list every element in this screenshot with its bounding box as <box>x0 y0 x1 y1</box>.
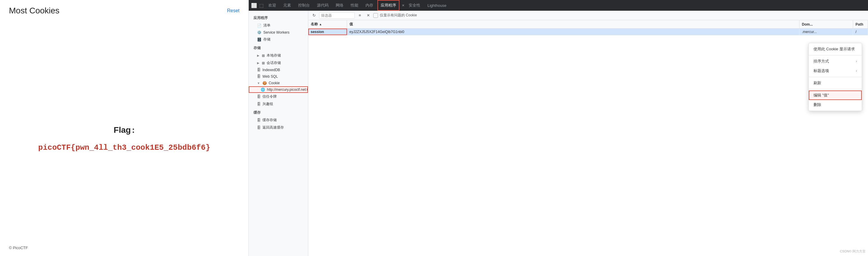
devtools-inspect-icon: ⬚ <box>258 2 264 8</box>
grid-icon: ⊞ <box>262 54 265 58</box>
col-header-value[interactable]: 值 <box>347 20 800 28</box>
cell-domain: .mercur... <box>800 29 853 35</box>
flag-colon: : <box>132 125 135 135</box>
cookie-table: 名称 ▲ 值 Dom... Path session eyJ2ZXJ5J5 <box>308 20 868 256</box>
back-cache-icon: 🗄 <box>257 126 261 130</box>
sidebar-item-back-cache[interactable]: 🗄 返回高速缓存 <box>249 124 308 131</box>
arrow-icon: ▶ <box>257 61 259 65</box>
left-header: Most Cookies Reset <box>9 6 240 15</box>
csdn-watermark: CSDN© 阿力方言 <box>840 249 866 254</box>
sidebar-item-cookie-url[interactable]: 🌐 http://mercury.picoctf.net:65344 <box>249 86 308 93</box>
context-menu-divider-3 <box>809 89 862 89</box>
tab-console[interactable]: 控制台 <box>295 0 313 11</box>
context-menu-divider <box>809 55 862 55</box>
tab-welcome[interactable]: 欢迎 <box>266 0 279 11</box>
sidebar-item-storage[interactable]: 🗄️ 存储 <box>249 36 308 43</box>
context-menu-item-delete[interactable]: 删除 <box>809 100 862 109</box>
tab-performance[interactable]: 性能 <box>348 0 361 11</box>
tab-sources[interactable]: 源代码 <box>314 0 332 11</box>
sidebar-section-application: 应用程序 <box>249 13 308 22</box>
flag-value: picoCTF{pwn_4ll_th3_cook1E5_25bdb6f6} <box>38 143 210 152</box>
sidebar-section-storage: 存储 <box>249 43 308 52</box>
tab-application[interactable]: 应用程序 <box>377 0 399 11</box>
cell-value: eyJ2ZXJ5J5X2F14GeiQib7G1nbi0 <box>347 29 800 35</box>
devtools-sidebar: 应用程序 📄 清单 ⚙️ Service Workers 🗄️ 存储 存储 ▶ … <box>249 11 308 256</box>
context-menu-item-show-request[interactable]: 使用此 Cookie 显示请求 <box>809 44 862 54</box>
tab-application-close[interactable]: ✕ <box>402 4 404 7</box>
footer-copyright: © PicoCTF <box>9 246 28 250</box>
sql-icon: 🗄 <box>257 74 261 78</box>
sidebar-item-localstorage[interactable]: ▶ ⊞ 本地存储 <box>249 52 308 59</box>
db-icon: 🗄 <box>257 68 261 72</box>
tab-lighthouse[interactable]: Lighthouse <box>425 0 450 11</box>
arrow-icon: ▼ <box>257 82 260 85</box>
devtools-body: 应用程序 📄 清单 ⚙️ Service Workers 🗄️ 存储 存储 ▶ … <box>249 11 868 256</box>
filter-checkbox-label: 仅显示有问题的 Cookie <box>380 13 417 18</box>
cell-path: / <box>853 29 868 35</box>
interest-icon: 🗄 <box>257 102 261 106</box>
context-menu-divider-2 <box>809 77 862 77</box>
tab-memory[interactable]: 内存 <box>363 0 376 11</box>
col-header-name[interactable]: 名称 ▲ <box>308 20 347 28</box>
sidebar-item-sessionstorage[interactable]: ▶ ⊞ 会话存储 <box>249 59 308 67</box>
context-menu-item-header-options[interactable]: 标题选项 › <box>809 66 862 75</box>
flag-value-container: picoCTF{pwn_4ll_th3_cook1E5_25bdb6f6} <box>38 143 210 152</box>
sidebar-item-indexeddb[interactable]: 🗄 IndexedDB <box>249 67 308 73</box>
sort-arrow-icon: ▲ <box>319 23 322 26</box>
service-workers-icon: ⚙️ <box>257 30 261 35</box>
refresh-button[interactable]: ↻ <box>311 12 317 19</box>
flag-area: Flag : picoCTF{pwn_4ll_th3_cook1E5_25bdb… <box>9 27 240 250</box>
sidebar-item-trust-tokens[interactable]: 🗄 信任令牌 <box>249 93 308 100</box>
reset-button[interactable]: Reset <box>227 8 240 13</box>
context-menu-item-sort[interactable]: 排序方式 › <box>809 57 862 66</box>
checkbox-icon[interactable] <box>373 13 378 18</box>
devtools-toolbar: ↻ ≡ ✕ 仅显示有问题的 Cookie <box>308 11 868 20</box>
devtools-panel: ⬜ ⬚ 欢迎 元素 控制台 源代码 网络 性能 内存 应用程序 ✕ 安全性 Li… <box>249 0 868 256</box>
sidebar-item-service-workers[interactable]: ⚙️ Service Workers <box>249 29 308 36</box>
table-row[interactable]: session eyJ2ZXJ5J5X2F14GeiQib7G1nbi0 .me… <box>308 29 868 35</box>
sidebar-section-cache: 缓存 <box>249 108 308 117</box>
col-header-domain[interactable]: Dom... <box>800 20 853 28</box>
sidebar-item-interest-groups[interactable]: 🗄 兴趣组 <box>249 100 308 108</box>
devtools-device-icon: ⬜ <box>251 2 257 8</box>
storage-icon: 🗄️ <box>257 37 261 42</box>
cookie-url-icon: 🌐 <box>261 88 265 92</box>
cookie-folder-icon: 🍪 <box>262 81 267 85</box>
tab-security[interactable]: 安全性 <box>406 0 423 11</box>
arrow-icon: ▶ <box>257 54 259 57</box>
tab-network[interactable]: 网络 <box>333 0 346 11</box>
col-header-path[interactable]: Path <box>853 20 868 28</box>
tab-elements[interactable]: 元素 <box>280 0 294 11</box>
sidebar-item-cookie[interactable]: ▼ 🍪 Cookie <box>249 80 308 86</box>
manifest-icon: 📄 <box>257 24 261 28</box>
cell-name[interactable]: session <box>308 29 347 35</box>
left-panel: Most Cookies Reset Flag : picoCTF{pwn_4l… <box>0 0 249 256</box>
submenu-arrow-icon: › <box>856 59 857 63</box>
sidebar-item-websql[interactable]: 🗄 Web SQL <box>249 73 308 80</box>
page-title: Most Cookies <box>9 6 60 15</box>
flag-container: Flag : <box>114 125 135 139</box>
flag-label: Flag <box>114 125 131 135</box>
sidebar-item-manifest[interactable]: 📄 清单 <box>249 22 308 29</box>
devtools-topbar: ⬜ ⬚ 欢迎 元素 控制台 源代码 网络 性能 内存 应用程序 ✕ 安全性 Li… <box>249 0 868 11</box>
clear-filter-button[interactable]: ✕ <box>365 12 371 19</box>
cache-icon: 🗄 <box>257 118 261 122</box>
trust-icon: 🗄 <box>257 95 261 99</box>
context-menu-item-edit-value[interactable]: 编辑 "值" <box>809 91 862 100</box>
submenu-arrow-icon: › <box>856 69 857 73</box>
table-header: 名称 ▲ 值 Dom... Path <box>308 20 868 29</box>
sidebar-item-cache-storage[interactable]: 🗄 缓存存储 <box>249 117 308 124</box>
grid-icon: ⊞ <box>262 61 265 65</box>
context-menu-item-refresh[interactable]: 刷新 <box>809 78 862 88</box>
filter-options-button[interactable]: ≡ <box>356 12 363 19</box>
filter-input[interactable] <box>319 12 355 19</box>
context-menu: 使用此 Cookie 显示请求 排序方式 › 标题选项 › 刷新 编辑 "值" <box>808 43 862 111</box>
devtools-main: ↻ ≡ ✕ 仅显示有问题的 Cookie 名称 ▲ 值 <box>308 11 868 256</box>
